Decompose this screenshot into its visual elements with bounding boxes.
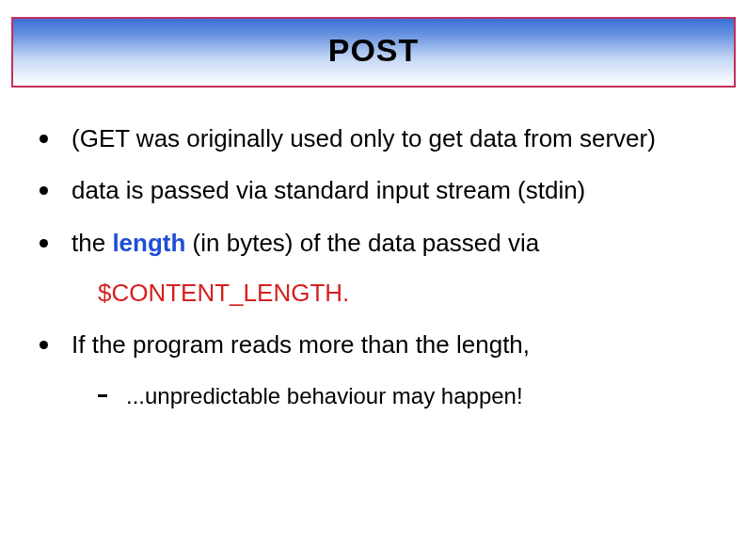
content-length-var: $CONTENT_LENGTH. — [98, 278, 736, 309]
bullet-text: (GET was originally used only to get dat… — [72, 124, 656, 152]
bullet-text-prefix: the — [72, 229, 112, 257]
list-item: (GET was originally used only to get dat… — [40, 123, 736, 154]
sub-bullet-list: ...unpredictable behaviour may happen! — [72, 381, 736, 410]
list-item: the length (in bytes) of the data passed… — [40, 228, 736, 310]
sub-bullet-text: ...unpredictable behaviour may happen! — [126, 383, 523, 408]
bullet-list: (GET was originally used only to get dat… — [11, 123, 736, 411]
bullet-text-suffix: (in bytes) of the data passed via — [185, 229, 539, 257]
slide-title: POST — [13, 32, 734, 69]
length-keyword: length — [112, 229, 185, 257]
title-banner: POST — [11, 17, 736, 88]
list-item: If the program reads more than the lengt… — [40, 329, 736, 410]
list-item: data is passed via standard input stream… — [40, 175, 736, 206]
bullet-text: data is passed via standard input stream… — [72, 176, 585, 204]
sub-list-item: ...unpredictable behaviour may happen! — [98, 381, 736, 410]
bullet-text: If the program reads more than the lengt… — [72, 330, 530, 359]
